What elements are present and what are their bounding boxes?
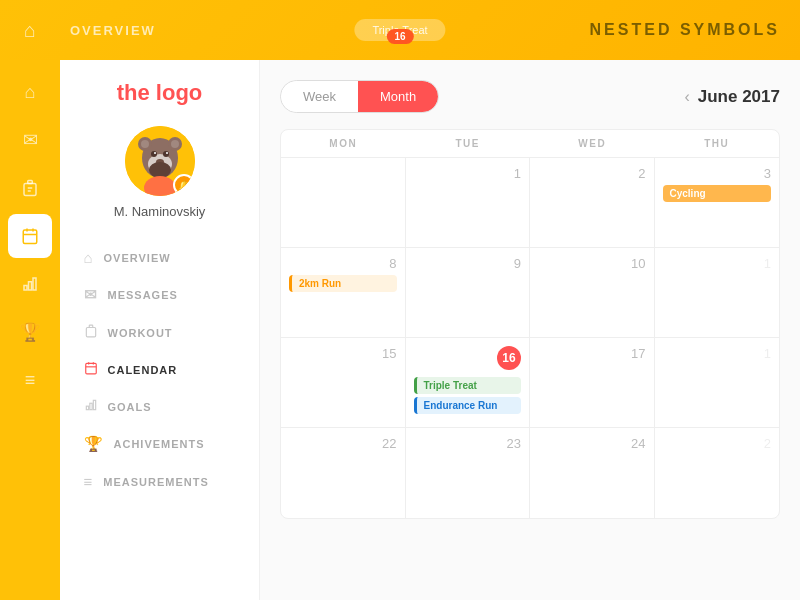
nav-trophy-icon[interactable]: 🏆 — [8, 310, 52, 354]
cal-cell-10[interactable]: 10 — [530, 248, 655, 337]
nav-barchart-icon[interactable] — [8, 262, 52, 306]
nav-overview-icon: ⌂ — [84, 249, 94, 266]
cal-cell-18[interactable]: 1 — [655, 338, 780, 427]
app-title: NESTED SYMBOLS — [590, 21, 780, 39]
calendar-week-2: 8 2km Run 9 10 1 — [281, 248, 779, 338]
svg-rect-4 — [23, 230, 37, 244]
col-header-wed: WED — [530, 130, 655, 157]
icon-bar: ⌂ ✉ 🏆 ≡ — [0, 60, 60, 600]
nav-achievements[interactable]: 🏆 ACHIVEMENTS — [70, 425, 250, 463]
cal-date-9: 9 — [414, 256, 522, 271]
cal-cell-22[interactable]: 22 — [281, 428, 406, 518]
nav-messages-label: MESSAGES — [108, 289, 178, 301]
cal-cell-24[interactable]: 24 — [530, 428, 655, 518]
cal-date-3: 3 — [663, 166, 772, 181]
cal-date-1: 1 — [414, 166, 522, 181]
week-tab[interactable]: Week — [281, 81, 358, 112]
nav-mail-icon[interactable]: ✉ — [8, 118, 52, 162]
topbar-home[interactable]: ⌂ — [0, 19, 60, 42]
cal-date-24: 24 — [538, 436, 646, 451]
cal-cell-11[interactable]: 1 — [655, 248, 780, 337]
cal-cell-23[interactable]: 23 — [406, 428, 531, 518]
cal-date-23: 23 — [414, 436, 522, 451]
notification-bell-badge: 🔔 — [173, 174, 195, 196]
main-content: Week Month ‹ June 2017 MON TUE WED THU 1 — [260, 60, 800, 600]
cal-cell-16[interactable]: 16 Triple Treat Endurance Run — [406, 338, 531, 427]
cal-date-2: 2 — [538, 166, 646, 181]
nav-messages[interactable]: ✉ MESSAGES — [70, 276, 250, 314]
nav-workout[interactable]: WORKOUT — [70, 314, 250, 351]
nav-goals-icon — [84, 398, 98, 415]
cal-cell-3[interactable]: 3 Cycling — [655, 158, 780, 247]
month-tab[interactable]: Month — [358, 81, 438, 112]
svg-rect-9 — [29, 282, 32, 290]
svg-rect-10 — [33, 278, 36, 290]
triple-treat-event[interactable]: Triple Treat — [414, 377, 522, 394]
svg-rect-32 — [89, 403, 91, 409]
cal-date-11: 1 — [663, 256, 772, 271]
cal-cell-9[interactable]: 9 — [406, 248, 531, 337]
svg-rect-26 — [86, 328, 95, 337]
current-month-label: June 2017 — [698, 87, 780, 107]
col-header-mon: MON — [281, 130, 406, 157]
calendar-nav: ‹ June 2017 — [684, 87, 780, 107]
nav-messages-icon: ✉ — [84, 286, 98, 304]
cal-cell-1[interactable]: 1 — [406, 158, 531, 247]
avatar: 🔔 — [125, 126, 195, 196]
nav-measurements-icon[interactable]: ≡ — [8, 358, 52, 402]
nav-overview-label: OVERVIEW — [104, 252, 171, 264]
sidebar: the logo — [60, 60, 260, 600]
cal-date-10: 10 — [538, 256, 646, 271]
nav-calendar-icon[interactable] — [8, 214, 52, 258]
cal-date-15: 15 — [289, 346, 397, 361]
svg-point-16 — [171, 140, 179, 148]
nav-goals[interactable]: GOALS — [70, 388, 250, 425]
svg-point-15 — [141, 140, 149, 148]
cal-date-16-today: 16 — [497, 346, 521, 370]
calendar-header: Week Month ‹ June 2017 — [280, 80, 780, 113]
prev-month-button[interactable]: ‹ — [684, 88, 689, 106]
cal-cell-2[interactable]: 2 — [530, 158, 655, 247]
svg-point-20 — [154, 152, 156, 154]
calendar-column-headers: MON TUE WED THU — [281, 130, 779, 158]
cal-cell-15[interactable]: 15 — [281, 338, 406, 427]
nav-home-icon[interactable]: ⌂ — [8, 70, 52, 114]
calendar-rows: 1 2 3 Cycling 8 2km Run 9 — [281, 158, 779, 518]
avatar-area: 🔔 M. Naminovskiy — [114, 126, 206, 219]
nav-goals-label: GOALS — [108, 401, 152, 413]
svg-point-23 — [149, 162, 171, 178]
calendar-week-4: 22 23 24 2 — [281, 428, 779, 518]
nav-overview[interactable]: ⌂ OVERVIEW — [70, 239, 250, 276]
cal-cell-25[interactable]: 2 — [655, 428, 780, 518]
logo: the logo — [117, 80, 203, 106]
view-toggle: Week Month — [280, 80, 439, 113]
col-header-thu: THU — [655, 130, 780, 157]
endurance-run-event[interactable]: Endurance Run — [414, 397, 522, 414]
calendar-week-1: 1 2 3 Cycling — [281, 158, 779, 248]
svg-rect-1 — [24, 184, 36, 196]
calendar-week-3: 15 16 Triple Treat Endurance Run 17 1 — [281, 338, 779, 428]
nav-calendar-sidebar-icon — [84, 361, 98, 378]
svg-rect-33 — [93, 400, 95, 409]
svg-point-21 — [166, 152, 168, 154]
col-header-tue: TUE — [406, 130, 531, 157]
nav-achievements-label: ACHIVEMENTS — [114, 438, 205, 450]
svg-rect-27 — [85, 363, 96, 374]
svg-point-18 — [151, 151, 157, 157]
nav-workout-label: WORKOUT — [108, 327, 173, 339]
svg-rect-31 — [86, 406, 88, 410]
cal-date-22: 22 — [289, 436, 397, 451]
nav-calendar[interactable]: CALENDAR — [70, 351, 250, 388]
cal-date-17: 17 — [538, 346, 646, 361]
topbar: ⌂ OVERVIEW Triple Treat 16 NESTED SYMBOL… — [0, 0, 800, 60]
nav-measurements[interactable]: ≡ MEASUREMENTS — [70, 463, 250, 500]
cal-cell-8[interactable]: 8 2km Run — [281, 248, 406, 337]
cycling-event[interactable]: Cycling — [663, 185, 772, 202]
2km-run-event[interactable]: 2km Run — [289, 275, 397, 292]
cal-cell-empty — [281, 158, 406, 247]
svg-point-19 — [163, 151, 169, 157]
nav-achievements-icon: 🏆 — [84, 435, 104, 453]
nav-clipboard-icon[interactable] — [8, 166, 52, 210]
nav-workout-icon — [84, 324, 98, 341]
cal-cell-17[interactable]: 17 — [530, 338, 655, 427]
